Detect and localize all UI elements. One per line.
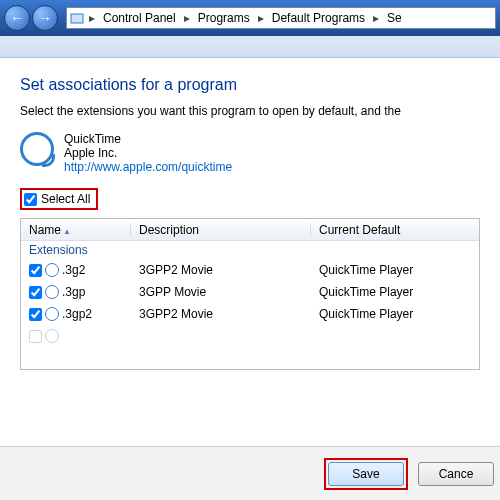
program-name: QuickTime (64, 132, 232, 146)
program-vendor: Apple Inc. (64, 146, 232, 160)
back-button[interactable]: ← (4, 5, 30, 31)
breadcrumb[interactable]: ▸ Control Panel ▸ Programs ▸ Default Pro… (66, 7, 496, 29)
save-button[interactable]: Save (328, 462, 404, 486)
breadcrumb-item[interactable]: Default Programs (266, 11, 371, 25)
quicktime-icon (20, 132, 54, 166)
col-default[interactable]: Current Default (311, 223, 479, 237)
ext-name: .3gp2 (62, 307, 92, 321)
chevron-right-icon: ▸ (256, 11, 266, 25)
row-checkbox[interactable] (29, 286, 42, 299)
group-header: Extensions (21, 241, 479, 259)
ext-name: .3g2 (62, 263, 85, 277)
breadcrumb-item[interactable]: Se (381, 11, 408, 25)
nav-bar: ← → ▸ Control Panel ▸ Programs ▸ Default… (0, 0, 500, 36)
filetype-icon (45, 307, 59, 321)
program-info: QuickTime Apple Inc. http://www.apple.co… (20, 132, 480, 174)
ext-default: QuickTime Player (311, 285, 479, 299)
chevron-right-icon: ▸ (371, 11, 381, 25)
filetype-icon (45, 329, 59, 343)
col-description[interactable]: Description (131, 223, 311, 237)
program-url[interactable]: http://www.apple.com/quicktime (64, 160, 232, 174)
save-highlight: Save (324, 458, 408, 490)
page-subtitle: Select the extensions you want this prog… (20, 104, 480, 118)
ext-default: QuickTime Player (311, 307, 479, 321)
select-all-highlight: Select All (20, 188, 98, 210)
forward-button[interactable]: → (32, 5, 58, 31)
dialog-footer: Save Cance (0, 446, 500, 500)
table-row[interactable]: .3g2 3GPP2 Movie QuickTime Player (21, 259, 479, 281)
column-headers: Name▲ Description Current Default (21, 219, 479, 241)
page-title: Set associations for a program (20, 76, 480, 94)
row-checkbox[interactable] (29, 264, 42, 277)
cancel-button[interactable]: Cance (418, 462, 494, 486)
svg-rect-0 (71, 14, 83, 23)
select-all-checkbox[interactable] (24, 193, 37, 206)
chevron-right-icon: ▸ (182, 11, 192, 25)
ext-default: QuickTime Player (311, 263, 479, 277)
sort-asc-icon: ▲ (63, 227, 71, 236)
breadcrumb-item[interactable]: Control Panel (97, 11, 182, 25)
ext-desc: 3GPP2 Movie (131, 307, 311, 321)
breadcrumb-item[interactable]: Programs (192, 11, 256, 25)
location-icon (67, 8, 87, 28)
table-row[interactable]: .3gp2 3GPP2 Movie QuickTime Player (21, 303, 479, 325)
ext-desc: 3GPP Movie (131, 285, 311, 299)
table-row[interactable]: .3gp 3GPP Movie QuickTime Player (21, 281, 479, 303)
row-checkbox[interactable] (29, 308, 42, 321)
col-name[interactable]: Name▲ (21, 223, 131, 237)
filetype-icon (45, 285, 59, 299)
filetype-icon (45, 263, 59, 277)
table-row[interactable] (21, 325, 479, 347)
ext-name: .3gp (62, 285, 85, 299)
chevron-right-icon: ▸ (87, 11, 97, 25)
row-checkbox[interactable] (29, 330, 42, 343)
extensions-list: Name▲ Description Current Default Extens… (20, 218, 480, 370)
toolbar-spacer (0, 36, 500, 58)
ext-desc: 3GPP2 Movie (131, 263, 311, 277)
select-all-label: Select All (41, 192, 90, 206)
